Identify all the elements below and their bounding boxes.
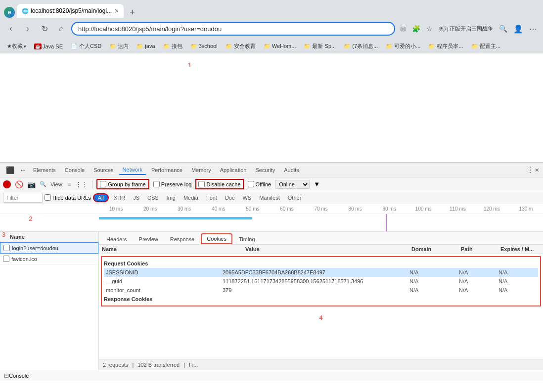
offline-checkbox[interactable] xyxy=(248,181,254,187)
filter-other[interactable]: Other xyxy=(285,194,305,202)
devtools-tab-sources[interactable]: Sources xyxy=(90,166,117,174)
bookmark-collections[interactable]: ★收藏▾ xyxy=(4,42,29,51)
bookmark-config[interactable]: 📁 配置主... xyxy=(468,42,503,51)
detail-tab-cookies[interactable]: Cookies xyxy=(201,233,232,244)
view-compact-button[interactable]: ⋮⋮ xyxy=(75,180,88,188)
group-by-frame-checkbox[interactable] xyxy=(100,181,106,187)
throttle-select[interactable]: Online Offline Slow 3G Fast 3G xyxy=(275,180,310,189)
filter-all-button[interactable]: All xyxy=(93,193,109,202)
bookmark-programmer[interactable]: 📁 程序员率... xyxy=(425,42,466,51)
favorites-button[interactable]: ☆ xyxy=(424,23,435,35)
filter-doc[interactable]: Doc xyxy=(222,194,238,202)
active-tab[interactable]: 🌐 localhost:8020/jsp5/main/logi... × xyxy=(17,4,124,18)
bookmarks-bar: ★收藏▾ ☕ Java SE 📄 个人CSD 📁 达内 📁 java 📁 接包 … xyxy=(0,40,543,53)
group-by-frame-label[interactable]: Group by frame xyxy=(96,179,149,189)
detail-tab-response[interactable]: Response xyxy=(165,234,200,244)
search-button[interactable]: 🔍 xyxy=(497,23,509,35)
bookmark-wehome[interactable]: 📁 WeHom... xyxy=(261,42,299,50)
filter-input[interactable] xyxy=(3,193,43,203)
requests-count: 2 requests xyxy=(103,362,128,368)
menu-button[interactable]: ⋯ xyxy=(527,22,539,36)
profile-button[interactable]: 👤 xyxy=(511,22,525,36)
camera-button[interactable]: 📷 xyxy=(27,180,36,188)
bookmark-dani[interactable]: 📁 达内 xyxy=(106,42,132,51)
separator1: | xyxy=(132,362,134,368)
console-toggle[interactable]: ⊟ xyxy=(4,372,9,379)
bookmark-sp[interactable]: 📁 最新 Sp... xyxy=(301,42,339,51)
address-input[interactable] xyxy=(71,22,395,36)
refresh-button[interactable]: ↻ xyxy=(38,22,51,36)
devtools-tab-network[interactable]: Network xyxy=(119,165,146,175)
header-value: Value xyxy=(245,246,411,252)
record-button[interactable] xyxy=(3,180,11,188)
devtools-tab-console[interactable]: Console xyxy=(61,166,89,174)
filter-ws[interactable]: WS xyxy=(239,194,254,202)
clear-button[interactable]: 🚫 xyxy=(15,180,23,188)
bookmark-7tiao[interactable]: 📁 (7条消息... xyxy=(341,42,381,51)
hide-data-urls-checkbox[interactable] xyxy=(45,194,51,201)
extensions-button[interactable]: 🧩 xyxy=(410,23,422,35)
home-button[interactable]: ⌂ xyxy=(54,22,68,36)
forward-button[interactable]: › xyxy=(21,22,35,36)
devtools-more-button[interactable]: ⋮ xyxy=(526,165,534,174)
devtools-tab-application[interactable]: Application xyxy=(216,166,251,174)
view-list-button[interactable]: ≡ xyxy=(68,180,72,188)
file-item-favicon[interactable]: favicon.ico xyxy=(0,254,98,264)
bookmark-jiebao[interactable]: 📁 接包 xyxy=(160,42,185,51)
filter-xhr[interactable]: XHR xyxy=(111,194,128,202)
response-cookies-section: Response Cookies xyxy=(104,295,538,304)
filter-css[interactable]: CSS xyxy=(144,194,162,202)
detail-panel: Headers Preview Response Cookies Timing … xyxy=(99,232,543,370)
file-checkbox-login[interactable] xyxy=(3,245,10,251)
filter-js[interactable]: JS xyxy=(130,194,142,202)
bookmark-csdn[interactable]: 📄 个人CSD xyxy=(68,42,104,51)
cookie-row-guid: __guid 111872281.1611717342855958300.156… xyxy=(104,277,538,286)
request-cookies-title: Request Cookies xyxy=(104,259,538,268)
fi-label: Fi... xyxy=(189,362,198,368)
preserve-log-checkbox[interactable] xyxy=(153,181,160,187)
tab-close-button[interactable]: × xyxy=(115,7,119,15)
file-checkbox-favicon[interactable] xyxy=(3,256,9,262)
devtools-close-button[interactable]: × xyxy=(535,166,539,174)
filter-bar: Hide data URLs All XHR JS CSS Img Media … xyxy=(0,191,543,204)
more-options-button[interactable]: ▼ xyxy=(314,180,320,188)
devtools-tab-security[interactable]: Security xyxy=(251,166,279,174)
filter-media[interactable]: Media xyxy=(181,194,201,202)
bookmark-java[interactable]: 📁 java xyxy=(134,42,158,50)
offline-label[interactable]: Offline xyxy=(248,181,272,187)
preserve-log-label[interactable]: Preserve log xyxy=(153,181,192,187)
devtools-tab-performance[interactable]: Performance xyxy=(147,166,186,174)
bookmark-3school[interactable]: 📁 3school xyxy=(187,42,221,50)
bookmark-cute[interactable]: 📁 可爱的小... xyxy=(383,42,423,51)
filter-font[interactable]: Font xyxy=(203,194,220,202)
devtools-tab-elements[interactable]: Elements xyxy=(29,166,60,174)
edge-logo: e xyxy=(4,7,15,18)
new-tab-button[interactable]: + xyxy=(126,7,139,18)
filter-manifest[interactable]: Manifest xyxy=(256,194,283,202)
filter-img[interactable]: Img xyxy=(164,194,179,202)
name-column-header: Name xyxy=(3,234,25,240)
devtools-dock-button[interactable]: ⬛ xyxy=(4,165,16,175)
disable-cache-label[interactable]: Disable cache xyxy=(195,179,243,189)
back-button[interactable]: ‹ xyxy=(4,22,18,36)
timeline-40ms: 40 ms xyxy=(201,206,235,212)
collections-button[interactable]: ⊞ xyxy=(398,23,408,35)
annotation-1: 1 xyxy=(188,61,191,69)
status-bar: 2 requests | 102 B transferred | Fi... xyxy=(99,359,543,370)
bookmark-safety[interactable]: 📁 安全教育 xyxy=(223,42,259,51)
disable-cache-checkbox[interactable] xyxy=(198,181,205,187)
annotation-4: 4 xyxy=(319,314,322,321)
bookmark-java-se[interactable]: ☕ Java SE xyxy=(31,43,66,50)
file-item-login[interactable]: login?user=doudou xyxy=(0,242,98,254)
devtools-tab-memory[interactable]: Memory xyxy=(187,166,215,174)
offline-text: Offline xyxy=(256,181,272,187)
timeline-100ms: 100 ms xyxy=(407,206,441,212)
address-bar: ‹ › ↻ ⌂ ⊞ 🧩 ☆ 奥汀正版开启三国战争 🔍 👤 ⋯ xyxy=(0,18,543,40)
devtools-inspect-button[interactable]: ↔ xyxy=(17,165,28,175)
detail-tab-headers[interactable]: Headers xyxy=(101,234,133,244)
detail-tab-timing[interactable]: Timing xyxy=(233,234,261,244)
devtools-tab-audits[interactable]: Audits xyxy=(280,166,303,174)
hide-data-urls-text: Hide data URLs xyxy=(52,195,91,201)
detail-tab-preview[interactable]: Preview xyxy=(134,234,164,244)
hide-data-urls-label[interactable]: Hide data URLs xyxy=(45,194,91,201)
